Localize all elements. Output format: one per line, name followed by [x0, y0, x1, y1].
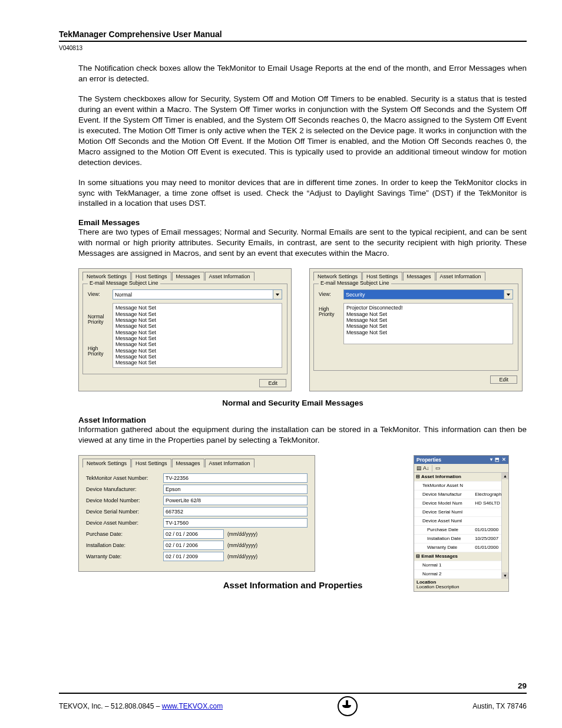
tab-messages[interactable]: Messages: [172, 459, 204, 467]
email-panel-security: Network Settings Host Settings Messages …: [309, 268, 523, 391]
tab-network-settings[interactable]: Network Settings: [82, 459, 131, 467]
fieldset-title: E-mail Message Subject Line: [88, 280, 160, 286]
dropdown-value: Security: [346, 292, 365, 298]
normal-priority-label: Normal Priority: [88, 314, 113, 325]
purchase-date-label: Purchase Date:: [86, 531, 160, 537]
msg-line: Projector Disconnected!: [346, 305, 510, 311]
paragraph-timezone: In some situations you may need to monit…: [78, 177, 527, 209]
msg-line: Message Not Set: [115, 360, 279, 365]
msg-line: Message Not Set: [115, 323, 279, 329]
tab-messages[interactable]: Messages: [172, 272, 204, 281]
msg-line: Message Not Set: [115, 341, 279, 347]
chevron-down-icon: [507, 294, 510, 296]
installation-date-label: Installation Date:: [86, 542, 160, 548]
tekmonitor-asset-number-input[interactable]: TV-22356: [163, 473, 308, 483]
device-asset-number-label: Device Asset Number:: [86, 520, 160, 526]
tab-asset-information[interactable]: Asset Information: [436, 272, 485, 281]
footer-link[interactable]: www.TEKVOX.com: [162, 702, 223, 710]
prop-purchase-label: Purchase Date: [414, 525, 473, 534]
installation-date-input[interactable]: 02 / 01 / 2006: [163, 541, 224, 550]
tab-host-settings[interactable]: Host Settings: [362, 272, 402, 281]
tekvox-logo-icon: [338, 696, 358, 716]
tab-network-settings[interactable]: Network Settings: [82, 272, 131, 281]
msg-line: Message Not Set: [115, 330, 279, 335]
prop-normal1: Normal 1: [414, 561, 473, 569]
footer-company: TEKVOX, Inc. – 512.808.0845 –: [59, 702, 162, 710]
tab-asset-information[interactable]: Asset Information: [205, 459, 254, 467]
tab-asset-information[interactable]: Asset Information: [205, 272, 254, 281]
prop-serial: Device Serial Numl: [414, 508, 473, 516]
device-serial-label: Device Serial Number:: [86, 509, 160, 515]
msg-line: Message Not Set: [346, 323, 510, 329]
footer-location: Austin, TX 78746: [472, 702, 527, 710]
msg-line: Message Not Set: [115, 354, 279, 360]
prop-normal2: Normal 2: [414, 569, 473, 578]
expand-icon[interactable]: ⊟: [416, 554, 420, 559]
tab-network-settings[interactable]: Network Settings: [313, 272, 362, 281]
device-model-label: Device Model Number:: [86, 498, 160, 503]
scrollbar[interactable]: ▲ ▼: [501, 473, 508, 579]
close-icon[interactable]: ✕: [502, 457, 506, 462]
device-manufacturer-label: Device Manufacturer:: [86, 486, 160, 492]
view-label: View:: [88, 292, 113, 297]
warranty-date-input[interactable]: 02 / 01 / 2009: [163, 552, 224, 561]
msg-line: Message Not Set: [115, 335, 279, 341]
message-list-security: Projector Disconnected! Message Not Set …: [343, 303, 513, 344]
high-priority-label: High Priority: [88, 346, 113, 357]
properties-title: Properties: [416, 457, 441, 463]
date-hint: (mm/dd/yyyy): [227, 554, 257, 559]
sort-alpha-icon[interactable]: A↓: [423, 465, 429, 471]
heading-email-messages: Email Messages: [78, 218, 527, 227]
tab-messages[interactable]: Messages: [403, 272, 435, 281]
chevron-down-icon: [276, 294, 279, 296]
device-serial-input[interactable]: 667352: [163, 507, 308, 516]
fieldset-title: E-mail Message Subject Line: [319, 280, 391, 286]
edit-button[interactable]: Edit: [259, 379, 286, 387]
edit-button[interactable]: Edit: [490, 375, 517, 384]
prop-model-label: Device Model Num: [414, 499, 473, 508]
date-hint: (mm/dd/yyyy): [227, 542, 257, 548]
date-hint: (mm/dd/yyyy): [227, 531, 257, 537]
view-dropdown-normal[interactable]: Normal: [113, 289, 282, 299]
msg-line: Message Not Set: [346, 311, 510, 317]
doc-version: V040813: [59, 45, 527, 51]
message-list-normal: Message Not Set Message Not Set Message …: [113, 303, 282, 367]
view-label: View:: [319, 292, 343, 297]
category-email-messages: Email Messages: [421, 554, 458, 559]
device-model-input[interactable]: PowerLite 62/8: [163, 496, 308, 505]
prop-dev-asset: Device Asset Numl: [414, 516, 473, 525]
pin-icon[interactable]: ⬒: [495, 457, 500, 462]
props-footer-desc: Location Description: [416, 585, 506, 590]
purchase-date-input[interactable]: 02 / 01 / 2006: [163, 529, 224, 539]
paragraph-system: The System checkboxes allow for Security…: [78, 94, 527, 168]
msg-line: Message Not Set: [346, 330, 510, 335]
minimize-icon[interactable]: ▾: [490, 457, 492, 462]
msg-line: Message Not Set: [115, 311, 279, 317]
warranty-date-label: Warranty Date:: [86, 554, 160, 559]
view-dropdown-security[interactable]: Security: [343, 289, 513, 299]
sort-categorized-icon[interactable]: ▤: [416, 465, 422, 471]
tab-host-settings[interactable]: Host Settings: [131, 272, 171, 281]
msg-line: Message Not Set: [115, 317, 279, 323]
asset-info-panel: Network Settings Host Settings Messages …: [78, 455, 315, 572]
page-number: 29: [59, 681, 527, 690]
paragraph-email: There are two types of Email messages; N…: [78, 227, 527, 259]
category-asset-info: Asset Information: [421, 474, 461, 479]
device-manufacturer-input[interactable]: Epson: [163, 485, 308, 494]
dropdown-value: Normal: [115, 292, 132, 298]
msg-line: Message Not Set: [346, 317, 510, 323]
scroll-down-icon[interactable]: ▼: [502, 572, 508, 579]
msg-line: Message Not Set: [115, 348, 279, 354]
caption-email-messages: Normal and Security Email Messages: [59, 398, 527, 407]
prop-manufacturer-label: Device Manufactur: [414, 490, 473, 499]
device-asset-number-input[interactable]: TV-17560: [163, 518, 308, 528]
scroll-up-icon[interactable]: ▲: [502, 473, 508, 479]
tab-host-settings[interactable]: Host Settings: [131, 459, 171, 467]
expand-icon[interactable]: ⊟: [416, 474, 420, 479]
heading-asset-information: Asset Information: [78, 416, 527, 424]
tekmonitor-asset-number-label: TekMonitor Asset Number:: [86, 475, 160, 481]
page-icon[interactable]: ▭: [435, 465, 441, 471]
properties-toolbar: ▤ A↓ │ ▭: [414, 464, 508, 473]
toolbar-divider: │: [431, 465, 434, 471]
properties-panel: Properties ▾ ⬒ ✕ ▤ A↓ │ ▭ ⊟ Asset Inform…: [414, 455, 509, 592]
